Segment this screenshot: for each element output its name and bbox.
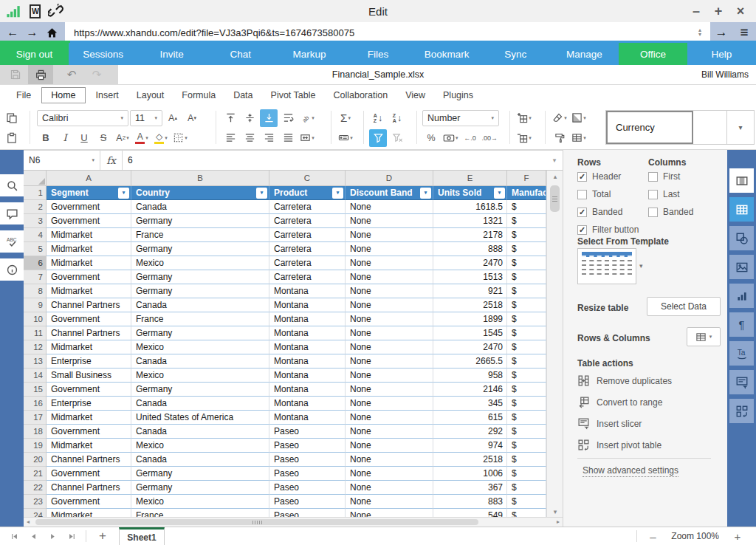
cell-F8[interactable]: $ <box>507 284 546 298</box>
browser-menu-button[interactable]: ≡ <box>732 22 756 43</box>
vertical-scroll-thumb[interactable] <box>550 185 560 212</box>
formula-bar-collapse-button[interactable]: ▾ <box>546 157 563 164</box>
menu-item-manage[interactable]: Manage <box>550 43 619 65</box>
comment-panel-button[interactable] <box>0 202 24 224</box>
cell-F6[interactable]: $ <box>507 256 546 270</box>
go-button[interactable]: → <box>710 22 732 43</box>
cell-B10[interactable]: France <box>131 312 269 326</box>
cell-F1[interactable]: Manufact <box>507 186 546 200</box>
cell-C5[interactable]: Carretera <box>269 242 346 256</box>
cell-B21[interactable]: Germany <box>131 467 269 481</box>
cell-C11[interactable]: Montana <box>269 326 346 340</box>
menu-item-chat[interactable]: Chat <box>206 43 275 65</box>
tab-pivot-table[interactable]: Pivot Table <box>262 87 325 103</box>
cell-F23[interactable]: $ <box>507 495 546 509</box>
cell-C3[interactable]: Carretera <box>269 214 346 228</box>
cell-E3[interactable]: 1321 <box>433 214 507 228</box>
cell-E2[interactable]: 1618.5 <box>433 200 507 214</box>
row-header-4[interactable]: 4 <box>24 228 47 242</box>
back-button[interactable]: ← <box>7 27 18 38</box>
cell-D17[interactable]: None <box>346 411 433 425</box>
cell-D15[interactable]: None <box>346 383 433 397</box>
cell-F18[interactable]: $ <box>507 425 546 439</box>
cell-A11[interactable]: Channel Partners <box>47 326 131 340</box>
column-header-B[interactable]: B <box>131 171 269 186</box>
cell-D22[interactable]: None <box>346 481 433 495</box>
cell-C13[interactable]: Montana <box>269 354 346 369</box>
tab-formula[interactable]: Formula <box>173 87 224 103</box>
cell-D11[interactable]: None <box>346 326 433 340</box>
italic-button[interactable]: I <box>56 129 74 147</box>
window-minimize-button[interactable]: – <box>687 2 706 20</box>
insert-slicer-action[interactable]: Insert slicer <box>577 417 672 430</box>
chart-settings-button[interactable] <box>729 284 754 308</box>
increase-decimal-button[interactable]: .00→ <box>481 129 500 147</box>
column-header-C[interactable]: C <box>269 171 346 186</box>
print-button[interactable] <box>28 65 53 84</box>
cell-C1[interactable]: Product▾ <box>269 186 346 200</box>
checkbox[interactable] <box>648 190 658 199</box>
cell-C6[interactable]: Carretera <box>269 256 346 270</box>
cell-D10[interactable]: None <box>346 312 433 326</box>
scroll-left-arrow[interactable]: ◂ <box>27 518 30 525</box>
sheet-tab-sheet1[interactable]: Sheet1 <box>119 527 165 545</box>
align-top-button[interactable] <box>221 109 239 127</box>
cell-B18[interactable]: Canada <box>131 425 269 439</box>
cell-A17[interactable]: Midmarket <box>47 411 131 425</box>
filter-button-country[interactable]: ▾ <box>256 188 267 199</box>
cell-B24[interactable]: France <box>131 509 269 517</box>
row-header-12[interactable]: 12 <box>24 340 47 354</box>
cell-D6[interactable]: None <box>346 256 433 270</box>
row-header-19[interactable]: 19 <box>24 439 47 453</box>
cell-B8[interactable]: Germany <box>131 284 269 298</box>
cell-D21[interactable]: None <box>346 467 433 481</box>
decrease-font-button[interactable]: A▾ <box>183 109 201 127</box>
tab-plugins[interactable]: Plugins <box>434 87 482 103</box>
column-header-E[interactable]: E <box>433 171 507 186</box>
table-settings-button[interactable] <box>729 197 754 222</box>
percent-style-button[interactable]: % <box>422 129 440 147</box>
cell-A1[interactable]: Segment▾ <box>47 186 131 200</box>
text-art-settings-button[interactable] <box>729 341 754 366</box>
insert-pivot-table-action[interactable]: Insert pivot table <box>577 439 672 451</box>
cell-D13[interactable]: None <box>346 354 433 369</box>
cell-C20[interactable]: Paseo <box>269 453 346 467</box>
font-name-select[interactable]: Calibri▾ <box>37 110 128 126</box>
cell-F21[interactable]: $ <box>507 467 546 481</box>
last-sheet-button[interactable] <box>65 529 78 544</box>
cell-F12[interactable]: $ <box>507 340 546 354</box>
cell-A24[interactable]: Midmarket <box>47 509 131 517</box>
cell-B6[interactable]: Mexico <box>131 256 269 270</box>
filter-button[interactable] <box>369 129 387 147</box>
add-sheet-button[interactable]: + <box>94 529 111 544</box>
checkbox[interactable] <box>648 208 658 217</box>
formula-input[interactable]: 6 <box>123 155 546 165</box>
window-close-button[interactable]: × <box>731 2 750 20</box>
cell-C19[interactable]: Paseo <box>269 439 346 453</box>
cell-A20[interactable]: Channel Partners <box>47 453 131 467</box>
copy-style-button[interactable] <box>551 129 568 147</box>
autosum-button[interactable]: Σ▾ <box>337 109 354 127</box>
cell-F9[interactable]: $ <box>507 298 546 312</box>
first-sheet-button[interactable] <box>7 529 21 544</box>
rows-banded-option[interactable]: ✓Banded <box>577 207 639 217</box>
cell-E21[interactable]: 1006 <box>433 467 507 481</box>
cell-settings-button[interactable] <box>729 168 754 193</box>
cell-C24[interactable]: Paseo <box>269 509 346 517</box>
cell-B13[interactable]: Canada <box>131 354 269 369</box>
row-header-23[interactable]: 23 <box>24 495 47 509</box>
cell-F19[interactable]: $ <box>507 439 546 453</box>
column-header-A[interactable]: A <box>47 171 131 186</box>
cell-B17[interactable]: United States of America <box>131 411 269 425</box>
info-panel-button[interactable] <box>0 258 24 281</box>
cell-D7[interactable]: None <box>346 270 433 284</box>
cell-A16[interactable]: Enterprise <box>47 397 131 411</box>
cell-C2[interactable]: Carretera <box>269 200 346 214</box>
checkbox[interactable] <box>577 190 587 199</box>
scroll-down-arrow[interactable]: ▾ <box>547 508 563 515</box>
cell-E19[interactable]: 974 <box>433 439 507 453</box>
cell-A8[interactable]: Midmarket <box>47 284 131 298</box>
select-all-corner[interactable] <box>24 171 47 186</box>
save-button[interactable] <box>3 65 28 84</box>
cell-B3[interactable]: Germany <box>131 214 269 228</box>
